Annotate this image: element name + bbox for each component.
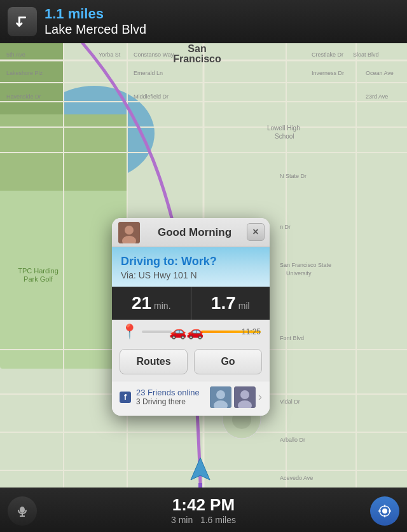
time-value: 21 bbox=[132, 293, 151, 313]
time-unit: min. bbox=[154, 301, 170, 311]
routes-button[interactable]: Routes bbox=[120, 349, 188, 374]
route-indicator: 📍 🚗🚗 11:25 bbox=[112, 320, 270, 344]
time-stat: 21 min. bbox=[112, 287, 191, 320]
close-button[interactable]: × bbox=[247, 223, 265, 241]
svg-point-57 bbox=[240, 390, 249, 399]
driving-to-label: Driving to: Work? bbox=[121, 255, 261, 269]
facebook-icon: f bbox=[120, 392, 131, 403]
friends-row: f 23 Friends online 3 Driving there bbox=[112, 381, 270, 416]
via-label: Via: US Hwy 101 N bbox=[121, 270, 261, 280]
car-icons: 🚗🚗 bbox=[169, 324, 204, 340]
start-pin-icon: 📍 bbox=[121, 325, 138, 339]
go-button[interactable]: Go bbox=[194, 349, 262, 374]
friend-avatar-2 bbox=[234, 386, 256, 408]
chevron-right-icon[interactable]: › bbox=[258, 390, 262, 404]
friend-avatars[interactable]: › bbox=[210, 386, 262, 408]
morning-modal: Good Morning × Driving to: Work? Via: US… bbox=[112, 218, 270, 416]
friends-driving-count: 3 Driving there bbox=[136, 397, 205, 406]
svg-point-51 bbox=[125, 226, 134, 235]
modal-body-top: Driving to: Work? Via: US Hwy 101 N bbox=[112, 247, 270, 287]
distance-value: 1.7 bbox=[211, 293, 236, 313]
friend-avatar-1 bbox=[210, 386, 231, 408]
stats-row: 21 min. 1.7 mil bbox=[112, 287, 270, 320]
friends-info: 23 Friends online 3 Driving there bbox=[136, 388, 205, 406]
user-avatar bbox=[118, 222, 140, 243]
distance-unit: mil bbox=[238, 301, 250, 311]
buttons-row: Routes Go bbox=[112, 344, 270, 381]
friends-online-count: 23 Friends online bbox=[136, 388, 205, 397]
distance-stat: 1.7 mil bbox=[191, 287, 270, 320]
route-line-grey bbox=[142, 331, 172, 333]
modal-title: Good Morning bbox=[145, 226, 244, 239]
modal-overlay: Good Morning × Driving to: Work? Via: US… bbox=[0, 0, 407, 532]
modal-header: Good Morning × bbox=[112, 218, 270, 247]
svg-point-54 bbox=[216, 390, 225, 399]
route-eta-time: 11:25 bbox=[242, 327, 261, 336]
